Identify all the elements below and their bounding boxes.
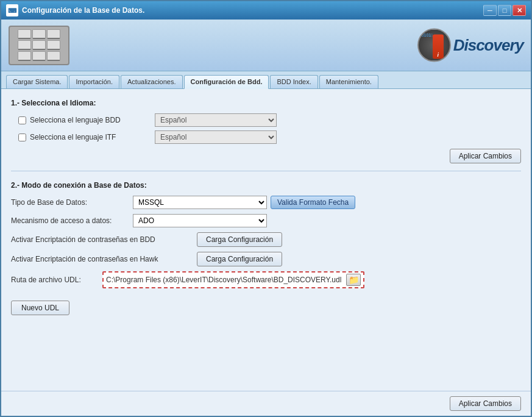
logo-i-letter: i xyxy=(433,35,444,59)
bdd-language-select[interactable]: Español xyxy=(155,113,277,127)
section-idioma: 1.- Selecciona el Idioma: Selecciona el … xyxy=(11,99,521,163)
logo-area: i Discovery xyxy=(417,29,523,62)
titlebar: ⌨ Configuración de la Base de Datos. ─ □… xyxy=(1,1,531,20)
key-4 xyxy=(18,40,31,50)
logo-circle: i xyxy=(417,29,451,62)
bdd-language-checkbox[interactable] xyxy=(18,116,26,124)
section1-title: 1.- Selecciona el Idioma: xyxy=(11,99,521,107)
udl-row: Ruta de archivo UDL: 📁 xyxy=(11,271,521,288)
itf-language-select[interactable]: Español xyxy=(155,130,277,144)
apply-changes-bottom-button[interactable]: Aplicar Cambios xyxy=(450,396,521,411)
section-conexion: 2.- Modo de conexión a Base de Datos: Ti… xyxy=(11,181,521,315)
key-3 xyxy=(47,29,60,39)
encrypt-hawk-row: Activar Encriptación de contraseñas en H… xyxy=(11,252,521,266)
tab-actualizaciones[interactable]: Actualizaciones. xyxy=(121,75,183,88)
section2-title: 2.- Modo de conexión a Base de Datos: xyxy=(11,181,521,190)
minimize-button[interactable]: ─ xyxy=(483,5,497,16)
itf-language-label: Selecciona el lenguaje ITF xyxy=(30,133,149,141)
close-button[interactable]: ✕ xyxy=(512,5,526,16)
key-7 xyxy=(18,51,31,61)
encrypt-hawk-button[interactable]: Carga Configuración xyxy=(197,252,282,266)
divider-1 xyxy=(11,171,521,171)
access-mech-select[interactable]: ADO xyxy=(133,214,267,227)
tab-cargar[interactable]: Cargar Sistema. xyxy=(6,75,68,88)
tab-configuracion[interactable]: Configuración de Bdd. xyxy=(184,75,269,89)
bdd-language-label: Selecciona el lenguaje BDD xyxy=(30,116,149,124)
nuevo-udl-button[interactable]: Nuevo UDL xyxy=(11,301,69,315)
udl-label: Ruta de archivo UDL: xyxy=(11,276,102,284)
logo-text: Discovery xyxy=(453,36,523,55)
itf-language-row: Selecciona el lenguaje ITF Español xyxy=(18,130,521,144)
encrypt-bdd-row: Activar Encriptación de contraseñas en B… xyxy=(11,232,521,247)
udl-input-wrapper: 📁 xyxy=(102,271,364,288)
bottom-bar: Aplicar Cambios xyxy=(1,391,531,416)
db-type-row: Tipo de Base de Datos: MSSQL Valida Form… xyxy=(11,196,521,209)
encrypt-bdd-label: Activar Encriptación de contraseñas en B… xyxy=(11,235,197,244)
udl-path-input[interactable] xyxy=(106,276,344,284)
tab-mantenimiento[interactable]: Mantenimiento. xyxy=(319,75,378,88)
key-6 xyxy=(47,40,60,50)
tab-content: 1.- Selecciona el Idioma: Selecciona el … xyxy=(1,89,531,391)
bdd-language-row: Selecciona el lenguaje BDD Español xyxy=(18,113,521,127)
tab-importacion[interactable]: Importación. xyxy=(69,75,119,88)
apply-changes-top-button[interactable]: Aplicar Cambios xyxy=(450,149,521,163)
maximize-button[interactable]: □ xyxy=(498,5,511,16)
encrypt-bdd-button[interactable]: Carga Configuración xyxy=(197,232,282,247)
access-mech-row: Mecanismo de acceso a datos: ADO xyxy=(11,214,521,227)
tab-bddindex[interactable]: BDD Index. xyxy=(270,75,317,88)
header: i Discovery xyxy=(1,20,531,71)
db-type-label: Tipo de Base de Datos: xyxy=(11,198,133,207)
window-controls: ─ □ ✕ xyxy=(483,5,526,16)
encrypt-hawk-label: Activar Encriptación de contraseñas en H… xyxy=(11,255,197,263)
main-window: ⌨ Configuración de la Base de Datos. ─ □… xyxy=(0,0,532,417)
validate-date-button[interactable]: Valida Formato Fecha xyxy=(271,196,355,209)
window-title: Configuración de la Base de Datos. xyxy=(22,6,483,15)
db-type-select[interactable]: MSSQL xyxy=(133,196,267,209)
key-5 xyxy=(32,40,46,50)
key-2 xyxy=(32,29,46,39)
app-icon: ⌨ xyxy=(6,4,18,16)
itf-language-checkbox[interactable] xyxy=(18,134,26,141)
key-9 xyxy=(47,51,60,61)
udl-browse-button[interactable]: 📁 xyxy=(346,274,361,286)
key-8 xyxy=(32,51,46,61)
access-mech-label: Mecanismo de acceso a datos: xyxy=(11,216,133,225)
keyboard-graphic xyxy=(9,26,69,65)
key-1 xyxy=(18,29,31,39)
tab-bar: Cargar Sistema. Importación. Actualizaci… xyxy=(1,71,531,89)
